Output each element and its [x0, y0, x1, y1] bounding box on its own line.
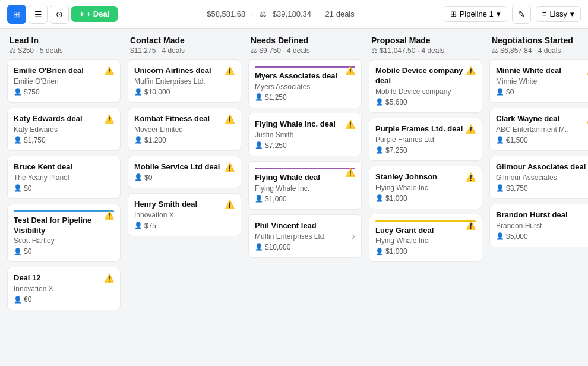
stats-view-btn[interactable]: ⊙	[50, 5, 69, 24]
amount-value: $7,250	[385, 146, 407, 154]
separator1: ·	[251, 10, 254, 18]
card-bar	[375, 220, 476, 222]
card-kombat[interactable]: Kombat Fitness dealMoveer Limited👤$1,200…	[128, 108, 241, 151]
card-sub: Muffin Enterprises Ltd.	[134, 77, 235, 86]
col-cards-lead-in: Emilie O'Brien dealEmilie O'Brien👤$750⚠️…	[7, 59, 122, 310]
col-header-contact-made: Contact Made$11,275 · 4 deals	[128, 36, 242, 59]
col-title-proposal-made: Proposal Made	[371, 36, 481, 45]
card-sub: Katy Edwards	[14, 125, 114, 134]
card-sub: The Yearly Planet	[14, 173, 114, 182]
warning-icon: ⚠️	[225, 200, 235, 209]
amount-value: $0	[144, 173, 152, 182]
card-deal12[interactable]: Deal 12Innovation X👤€0⚠️	[7, 267, 121, 310]
pipeline-selector[interactable]: ⊞ Pipeline 1 ▾	[444, 6, 507, 22]
header-right: ⊞ Pipeline 1 ▾ ✎ ≡ Lissy ▾	[444, 5, 581, 24]
card-purple-frames[interactable]: Purple Frames Ltd. dealPurple Frames Ltd…	[369, 118, 482, 161]
card-emilie[interactable]: Emilie O'Brien dealEmilie O'Brien👤$750⚠️	[7, 59, 121, 103]
amount-value: $3,750	[506, 184, 528, 193]
card-sub: Flying Whale Inc.	[375, 184, 476, 192]
col-meta-proposal-made: ⚖ $11,047.50 · 4 deals	[371, 46, 481, 55]
person-icon: 👤	[255, 195, 263, 203]
card-sub: Purple Frames Ltd.	[375, 135, 476, 144]
warning-icon: ⚠️	[466, 66, 476, 75]
person-icon: 👤	[255, 93, 263, 101]
card-bar	[255, 66, 355, 68]
card-test[interactable]: Test Deal for Pipeline VisibilityScott H…	[7, 204, 121, 263]
person-icon: 👤	[375, 98, 384, 106]
card-title: Deal 12	[14, 273, 114, 283]
card-phil[interactable]: Phil Vincent leadMuffin Enterprises Ltd.…	[248, 214, 362, 258]
card-lucy[interactable]: Lucy Grant dealFlying Whale Inc.👤$1,000⚠…	[369, 214, 482, 263]
card-sub: Flying Whale Inc.	[255, 184, 355, 193]
card-myers[interactable]: Myers Associates dealMyers Associates👤$1…	[248, 59, 362, 108]
card-mobile-device[interactable]: Mobile Device company dealMobile Device …	[369, 59, 482, 113]
list-view-btn[interactable]: ☰	[29, 5, 48, 24]
card-title: Henry Smith deal	[134, 200, 235, 210]
amount-value: $1,000	[265, 195, 287, 203]
person-icon: 👤	[14, 136, 22, 144]
col-title-needs-defined: Needs Defined	[251, 36, 361, 45]
card-amount: 👤$0	[14, 247, 114, 255]
card-clark[interactable]: Clark Wayne dealABC Entertainment M...👤€…	[489, 108, 588, 151]
card-bruce[interactable]: Bruce Kent dealThe Yearly Planet👤$0	[7, 156, 121, 199]
card-gilmour[interactable]: Gilmour Associates dealGilmour Associate…	[489, 156, 588, 199]
amount-value: $1,750	[24, 136, 46, 144]
col-cards-contact-made: Unicorn Airlines dealMuffin Enterprises …	[128, 59, 242, 236]
amount-value: $1,200	[144, 136, 166, 144]
person-icon: 👤	[375, 248, 384, 255]
card-title: Purple Frames Ltd. deal	[375, 124, 476, 134]
card-sub: Brandon Hurst	[496, 222, 588, 230]
col-cards-proposal-made: Mobile Device company dealMobile Device …	[369, 59, 483, 262]
person-icon: 👤	[496, 232, 504, 240]
person-icon: 👤	[14, 248, 22, 255]
card-sub: Minnie White	[496, 77, 588, 86]
warning-icon: ⚠️	[345, 168, 355, 177]
card-minnie[interactable]: Minnie White dealMinnie White👤$0⚠️	[489, 59, 588, 103]
card-flying-whale-inc[interactable]: Flying Whale Inc. dealJustin Smith👤$7,25…	[248, 113, 362, 156]
card-unicorn[interactable]: Unicorn Airlines dealMuffin Enterprises …	[128, 59, 241, 103]
card-stanley[interactable]: Stanley JohnsonFlying Whale Inc.👤$1,000⚠…	[369, 166, 482, 209]
card-title: Unicorn Airlines deal	[134, 66, 235, 76]
amount-value: €0	[24, 295, 31, 304]
card-title: Clark Wayne deal	[496, 114, 588, 124]
card-katy[interactable]: Katy Edwards dealKaty Edwards👤$1,750⚠️	[7, 108, 121, 151]
warning-icon: ⚠️	[345, 66, 355, 75]
arrow-icon[interactable]: ›	[352, 230, 355, 242]
add-deal-button[interactable]: + + Deal	[71, 6, 118, 22]
edit-button[interactable]: ✎	[512, 5, 531, 24]
amount-value: $1,250	[265, 93, 287, 102]
amount-value: $7,250	[265, 141, 287, 150]
warning-icon: ⚠️	[104, 273, 114, 283]
deals-count: 21 deals	[325, 10, 355, 18]
amount-value: $0	[24, 184, 31, 193]
card-brandon[interactable]: Brandon Hurst dealBrandon Hurst👤$5,000›	[489, 204, 588, 247]
card-amount: 👤$5,000	[496, 232, 588, 241]
card-mobile-svc[interactable]: Mobile Service Ltd deal👤$0⚠️	[128, 156, 241, 188]
card-amount: 👤$7,250	[255, 141, 355, 150]
card-sub: Moveer Limited	[134, 125, 235, 134]
warning-icon: ⚠️	[466, 124, 476, 134]
kanban-view-btn[interactable]: ⊞	[7, 5, 26, 24]
card-title: Brandon Hurst deal	[496, 210, 588, 220]
card-henry[interactable]: Henry Smith dealInnovation X👤$75⚠️	[128, 193, 241, 236]
card-title: Lucy Grant deal	[375, 226, 476, 236]
card-amount: 👤$1,000	[375, 247, 476, 255]
card-title: Emilie O'Brien deal	[14, 66, 114, 76]
header-center: $58,581.68 · ⚖ $39,180.34 · 21 deals	[122, 10, 438, 18]
amount-value: $10,000	[265, 243, 290, 251]
col-cards-negotiations-started: Minnie White dealMinnie White👤$0⚠️Clark …	[489, 59, 588, 247]
amount-value: $0	[506, 88, 514, 96]
person-icon: 👤	[134, 136, 143, 144]
card-amount: 👤$10,000	[255, 243, 355, 251]
card-title: Gilmour Associates deal	[496, 162, 588, 172]
header: ⊞ ☰ ⊙ + + Deal $58,581.68 · ⚖ $39,180.34…	[0, 0, 588, 29]
user-selector[interactable]: ≡ Lissy ▾	[536, 6, 581, 22]
header-left: ⊞ ☰ ⊙ + + Deal	[7, 5, 118, 24]
pipeline-grid-icon: ⊞	[450, 10, 457, 18]
person-icon: 👤	[14, 296, 22, 304]
person-icon: 👤	[14, 184, 22, 192]
card-amount: 👤$3,750	[496, 184, 588, 193]
person-icon: 👤	[496, 88, 504, 96]
warning-icon: ⚠️	[345, 119, 355, 129]
card-flying-whale[interactable]: Flying Whale dealFlying Whale Inc.👤$1,00…	[248, 161, 362, 210]
